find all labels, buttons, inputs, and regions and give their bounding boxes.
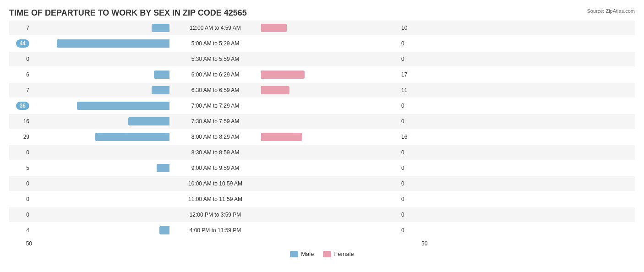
male-value: 16 [9,118,32,125]
male-bar-area [32,148,169,157]
male-bar-area [32,226,169,234]
male-bar-area [32,180,169,188]
female-swatch [323,251,331,257]
male-bar-area [32,102,169,110]
male-bar-area [32,133,169,141]
chart-container: TIME OF DEPARTURE TO WORK BY SEX IN ZIP … [0,0,644,272]
bar-row: 4 4:00 PM to 11:59 PM 0 [9,223,635,238]
time-label: 4:00 PM to 11:59 PM [169,227,261,234]
male-value: 0 [9,180,32,187]
bar-row: 7 6:30 AM to 6:59 AM 11 [9,83,635,98]
time-label: 11:00 AM to 11:59 AM [169,196,261,202]
male-bar-area [32,55,169,63]
axis-right-label: 50 [421,240,427,247]
bar-row: 0 10:00 AM to 10:59 AM 0 [9,176,635,191]
female-value: 0 [398,103,421,109]
female-bar-area [261,39,398,48]
male-bar-area [32,117,169,125]
male-value: 7 [9,25,32,31]
source-text: Source: ZipAtlas.com [587,8,635,14]
bar-row: 5 9:00 AM to 9:59 AM 0 [9,161,635,175]
male-bar [152,86,169,94]
female-value: 0 [398,118,421,125]
female-bar-area [261,180,398,188]
axis-left-label: 50 [9,240,32,247]
male-value: 0 [9,212,32,218]
bar-row: 36 7:00 AM to 7:29 AM 0 [9,98,635,113]
female-bar-area [261,133,398,141]
female-label: Female [334,250,354,257]
male-bar-area [32,164,169,172]
female-bar-area [261,195,398,203]
female-bar-area [261,226,398,234]
female-bar-area [261,117,398,125]
male-bar-area [32,39,169,48]
bar-row: 7 12:00 AM to 4:59 AM 10 [9,21,635,35]
time-label: 5:00 AM to 5:29 AM [169,40,261,47]
bar-row: 44 5:00 AM to 5:29 AM 0 [9,36,635,51]
time-label: 12:00 AM to 4:59 AM [169,25,261,31]
time-label: 6:00 AM to 6:29 AM [169,71,261,78]
male-value: 6 [9,71,32,78]
time-label: 6:30 AM to 6:59 AM [169,87,261,93]
female-bar-area [261,71,398,79]
bar-row: 16 7:30 AM to 7:59 AM 0 [9,114,635,129]
female-bar-area [261,102,398,110]
female-bar [261,24,287,32]
male-bar-area [32,71,169,79]
time-label: 7:00 AM to 7:29 AM [169,103,261,109]
male-swatch [290,251,298,257]
male-bar [77,102,169,110]
female-bar [261,71,305,79]
male-value: 7 [9,87,32,93]
male-bar [154,71,169,79]
male-bar-area [32,211,169,219]
female-value: 0 [398,180,421,187]
male-bar [95,133,169,141]
female-bar-area [261,148,398,157]
chart-area: 7 12:00 AM to 4:59 AM 1044 5:00 AM to 5:… [9,21,635,238]
male-value: 5 [9,165,32,171]
female-value: 0 [398,56,421,62]
time-label: 10:00 AM to 10:59 AM [169,180,261,187]
female-bar-area [261,164,398,172]
female-value: 0 [398,149,421,156]
legend: Male Female [9,250,635,257]
male-bar [128,117,169,125]
female-value: 16 [398,134,421,140]
female-value: 17 [398,71,421,78]
female-bar-area [261,86,398,94]
male-bar [159,226,169,234]
time-label: 5:30 AM to 5:59 AM [169,56,261,62]
female-bar [261,133,302,141]
male-label: Male [301,250,314,257]
bar-row: 0 5:30 AM to 5:59 AM 0 [9,52,635,66]
male-value: 0 [9,56,32,62]
female-value: 11 [398,87,421,93]
bar-row: 29 8:00 AM to 8:29 AM 16 [9,130,635,144]
male-value: 36 [9,102,32,110]
female-value: 0 [398,227,421,234]
female-value: 0 [398,212,421,218]
female-value: 0 [398,196,421,202]
female-bar-area [261,24,398,32]
male-bar [57,39,169,48]
male-bar-area [32,86,169,94]
female-value: 0 [398,165,421,171]
bar-row: 6 6:00 AM to 6:29 AM 17 [9,67,635,82]
female-bar [261,86,289,94]
bar-row: 0 8:30 AM to 8:59 AM 0 [9,145,635,160]
bottom-labels: 50 50 [9,239,635,247]
male-bar [152,24,169,32]
male-value: 0 [9,149,32,156]
male-value: 44 [9,39,32,48]
male-bar-area [32,195,169,203]
time-label: 8:00 AM to 8:29 AM [169,134,261,140]
male-value: 4 [9,227,32,234]
legend-female: Female [323,250,354,257]
time-label: 9:00 AM to 9:59 AM [169,165,261,171]
male-value: 0 [9,196,32,202]
female-value: 10 [398,25,421,31]
female-bar-area [261,211,398,219]
bar-row: 0 11:00 AM to 11:59 AM 0 [9,192,635,207]
